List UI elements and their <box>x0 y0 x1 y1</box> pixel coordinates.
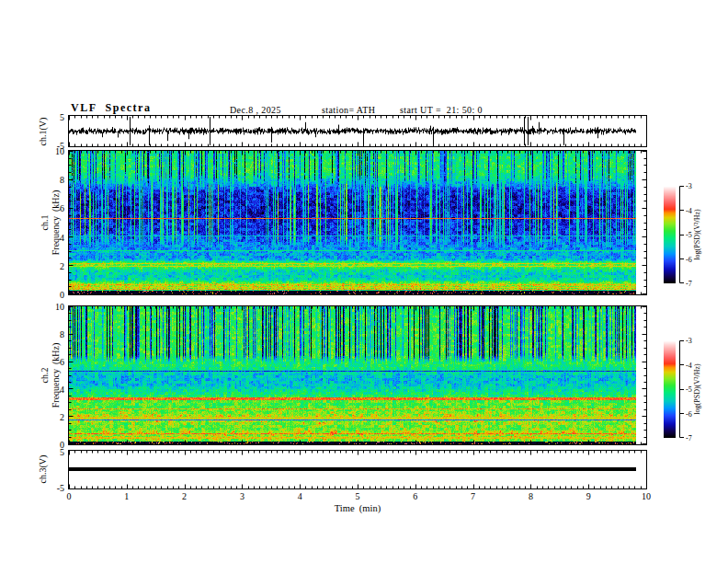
colorbar-tick-label: -5 <box>686 231 692 239</box>
colorbar-tick-label: -7 <box>686 434 692 442</box>
ch3-waveform-canvas <box>69 451 646 488</box>
station-label: station= ATH <box>322 105 376 115</box>
freq-tick-label-ch1: 2 <box>60 260 64 270</box>
time-tick-label: 3 <box>240 491 245 501</box>
time-axis-title: Time (min) <box>335 503 381 513</box>
freq-tick-label-ch2: 10 <box>55 302 64 312</box>
freq-tick-label-ch1: 8 <box>60 175 64 185</box>
figure-title: VLF Spectra <box>71 101 151 115</box>
time-tick-label: 7 <box>471 491 475 501</box>
freq-tick-label-ch2: 4 <box>60 385 64 395</box>
vlf-spectra-figure: VLF Spectra Dec.8 , 2025 station= ATH st… <box>0 0 728 563</box>
freq-tick-label-ch1: 4 <box>60 232 64 242</box>
time-tick-label: 8 <box>529 491 533 501</box>
colorbar-tick-label: -3 <box>686 182 692 190</box>
time-tick-label: 2 <box>182 491 187 501</box>
freq-tick-label-ch1: 6 <box>60 203 64 213</box>
time-tick-label: 4 <box>298 491 302 501</box>
ch1-voltage-axis-label: ch.1(V) <box>38 118 48 146</box>
ch2-colorbar <box>664 340 684 438</box>
time-tick-label: 0 <box>67 491 72 501</box>
ch3-waveform-panel <box>68 450 647 489</box>
ch2-spectrogram-panel <box>68 305 647 445</box>
volt-tick-label-ch3: 5 <box>60 447 64 457</box>
freq-tick-label-ch2: 2 <box>60 412 64 422</box>
time-tick-label: 10 <box>642 491 651 501</box>
ch1-colorbar <box>664 186 684 283</box>
ch2-channel-label: ch.2 <box>40 368 50 384</box>
ch2-frequency-axis-label: Frequency (kHz) <box>51 343 61 408</box>
ch1-channel-label: ch.1 <box>40 215 50 231</box>
volt-tick-label-ch1: 5 <box>60 112 64 122</box>
colorbar-tick-label: -5 <box>686 385 692 394</box>
volt-tick-label-ch3: -5 <box>57 483 64 493</box>
ch1-waveform-panel <box>68 115 647 147</box>
colorbar-tick-label: -7 <box>686 280 692 288</box>
ch1-spectrogram-panel <box>68 150 647 295</box>
freq-tick-label-ch1: 0 <box>60 290 64 300</box>
time-tick-label: 1 <box>124 491 129 501</box>
colorbar-tick-label: -6 <box>686 255 692 263</box>
ch1-spectrogram-canvas <box>69 151 646 294</box>
colorbar1-unit-label: log(PSD)(V²/Hz) <box>693 209 701 259</box>
time-tick-label: 5 <box>356 491 360 501</box>
ch3-voltage-axis-label: ch.3(V) <box>38 455 48 484</box>
colorbar2-unit-label: log(PSD)(V²/Hz) <box>693 363 701 414</box>
time-tick-label: 9 <box>586 491 591 501</box>
start-ut-label: start UT = 21: 50: 0 <box>400 105 483 115</box>
freq-tick-label-ch2: 8 <box>60 329 64 339</box>
date-label: Dec.8 , 2025 <box>230 105 281 115</box>
colorbar-tick-label: -3 <box>686 337 692 345</box>
colorbar-tick-label: -4 <box>686 206 692 214</box>
volt-tick-label-ch1: -5 <box>57 141 64 151</box>
time-tick-label: 6 <box>413 491 417 501</box>
freq-tick-label-ch2: 6 <box>60 357 64 367</box>
colorbar-tick-label: -4 <box>686 361 692 369</box>
ch1-frequency-axis-label: Frequency (kHz) <box>51 190 61 256</box>
ch2-spectrogram-canvas <box>69 306 646 444</box>
ch1-waveform-canvas <box>69 116 646 146</box>
colorbar-tick-label: -6 <box>686 409 692 418</box>
